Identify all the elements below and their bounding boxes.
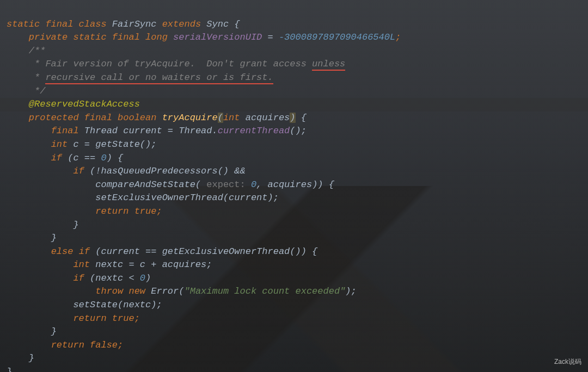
code-line: @ReservedStackAccess: [7, 99, 140, 109]
code-line: }: [7, 326, 57, 337]
code-line: throw new Error("Maximum lock count exce…: [7, 286, 357, 296]
code-line: }: [7, 353, 34, 363]
bracket-highlight: ): [290, 113, 295, 123]
inlay-hint: expect:: [201, 179, 251, 190]
watermark: Zack说码: [554, 357, 581, 367]
code-line: }: [7, 367, 12, 372]
code-line: private static final long serialVersionU…: [7, 32, 401, 42]
code-line: final Thread current = Thread.currentThr…: [7, 126, 307, 136]
code-line: */: [7, 86, 45, 96]
code-editor[interactable]: static final class FairSync extends Sync…: [0, 0, 588, 372]
code-line: * recursive call or no waiters or is fir…: [7, 72, 273, 84]
code-line: if (!hasQueuedPredecessors() &&: [7, 166, 246, 176]
code-line: return true;: [7, 313, 140, 324]
code-line: }: [7, 233, 57, 243]
code-line: if (c == 0) {: [7, 153, 123, 163]
code-line: int nextc = c + acquires;: [7, 259, 212, 270]
code-line: protected final boolean tryAcquire(int a…: [7, 113, 307, 123]
code-line: int c = getState();: [7, 139, 156, 150]
underlined-comment: unless: [312, 59, 345, 71]
code-line: }: [7, 220, 79, 230]
code-line: setExclusiveOwnerThread(current);: [7, 193, 279, 203]
bracket-highlight: (: [218, 113, 223, 123]
code-line: * Fair version of tryAcquire. Don't gran…: [7, 59, 351, 71]
code-line: return true;: [7, 206, 162, 216]
code-line: else if (current == getExclusiveOwnerThr…: [7, 246, 317, 257]
code-line: setState(nextc);: [7, 300, 162, 310]
code-line: compareAndSetState( expect: 0, acquires)…: [7, 179, 334, 190]
annotation: @ReservedStackAccess: [29, 99, 140, 109]
code-line: return false;: [7, 340, 123, 350]
code-line: /**: [7, 46, 45, 56]
code-line: static final class FairSync extends Sync…: [7, 19, 240, 29]
underlined-comment: recursive call or no waiters or is first…: [45, 72, 273, 84]
code-line: if (nextc < 0): [7, 273, 151, 283]
